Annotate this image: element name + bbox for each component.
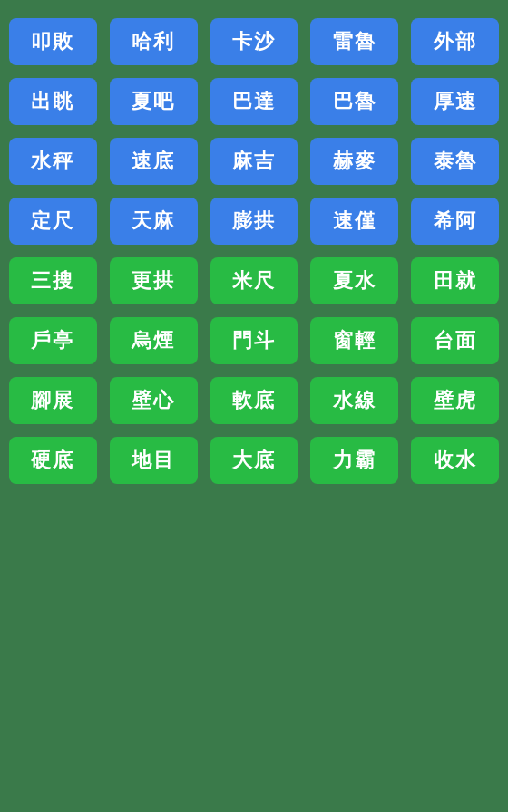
- tag-item-31[interactable]: 壁心: [110, 377, 198, 424]
- tag-item-2[interactable]: 卡沙: [210, 18, 298, 65]
- tag-item-36[interactable]: 地目: [110, 437, 198, 484]
- tag-item-13[interactable]: 赫麥: [310, 138, 398, 185]
- tag-item-29[interactable]: 台面: [411, 317, 499, 364]
- tag-item-28[interactable]: 窗輕: [310, 317, 398, 364]
- tag-item-6[interactable]: 夏吧: [110, 78, 198, 125]
- tag-item-4[interactable]: 外部: [411, 18, 499, 65]
- tag-item-16[interactable]: 天麻: [110, 198, 198, 245]
- tag-item-30[interactable]: 腳展: [9, 377, 97, 424]
- tag-item-23[interactable]: 夏水: [310, 257, 398, 304]
- tag-item-22[interactable]: 米尺: [210, 257, 298, 304]
- tag-item-25[interactable]: 戶亭: [9, 317, 97, 364]
- tag-item-17[interactable]: 膨拱: [210, 198, 298, 245]
- tag-item-27[interactable]: 門斗: [210, 317, 298, 364]
- tag-item-15[interactable]: 定尺: [9, 198, 97, 245]
- tag-item-39[interactable]: 收水: [411, 437, 499, 484]
- tag-item-7[interactable]: 巴達: [210, 78, 298, 125]
- tag-item-10[interactable]: 水秤: [9, 138, 97, 185]
- tag-item-37[interactable]: 大底: [210, 437, 298, 484]
- tag-item-33[interactable]: 水線: [310, 377, 398, 424]
- tag-item-24[interactable]: 田就: [411, 257, 499, 304]
- tag-item-38[interactable]: 力霸: [310, 437, 398, 484]
- tag-item-9[interactable]: 厚速: [411, 78, 499, 125]
- tag-item-3[interactable]: 雷魯: [310, 18, 398, 65]
- tag-item-8[interactable]: 巴魯: [310, 78, 398, 125]
- tag-item-19[interactable]: 希阿: [411, 198, 499, 245]
- tag-item-1[interactable]: 哈利: [110, 18, 198, 65]
- tag-item-14[interactable]: 泰魯: [411, 138, 499, 185]
- tag-item-32[interactable]: 軟底: [210, 377, 298, 424]
- tag-item-0[interactable]: 叩敗: [9, 18, 97, 65]
- tag-item-34[interactable]: 壁虎: [411, 377, 499, 424]
- tag-item-12[interactable]: 麻吉: [210, 138, 298, 185]
- tag-item-11[interactable]: 速底: [110, 138, 198, 185]
- tag-grid: 叩敗哈利卡沙雷魯外部出眺夏吧巴達巴魯厚速水秤速底麻吉赫麥泰魯定尺天麻膨拱速僅希阿…: [9, 18, 499, 484]
- tag-item-26[interactable]: 烏煙: [110, 317, 198, 364]
- tag-item-35[interactable]: 硬底: [9, 437, 97, 484]
- tag-item-5[interactable]: 出眺: [9, 78, 97, 125]
- tag-item-20[interactable]: 三搜: [9, 257, 97, 304]
- tag-item-21[interactable]: 更拱: [110, 257, 198, 304]
- tag-item-18[interactable]: 速僅: [310, 198, 398, 245]
